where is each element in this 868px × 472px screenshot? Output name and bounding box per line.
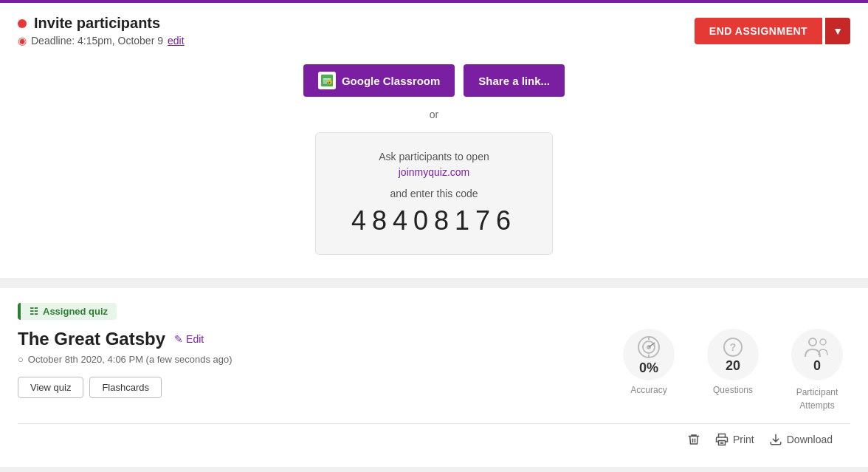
accuracy-icon [636,334,662,360]
svg-rect-19 [718,441,725,445]
quiz-title-row: The Great Gatsby ✎ Edit [18,329,616,349]
download-button[interactable]: Download [769,433,833,446]
attempts-label: ParticipantAttempts [796,387,838,411]
calendar-icon: ○ [18,354,24,365]
invite-title: Invite participants [18,15,185,32]
questions-label: Questions [713,385,753,395]
edit-quiz-link[interactable]: ✎ Edit [174,333,204,345]
svg-rect-2 [323,81,329,81]
stat-attempts: 0 ParticipantAttempts [784,329,850,411]
quiz-date-row: ○ October 8th 2020, 4:06 PM (a few secon… [18,354,616,365]
people-icon [804,336,830,358]
download-icon [769,433,782,446]
google-classroom-label: Google Classroom [342,75,440,87]
svg-rect-18 [718,434,725,438]
quiz-section: ☷ Assigned quiz The Great Gatsby ✎ Edit … [0,288,868,467]
download-label: Download [787,434,833,445]
edit-quiz-label: Edit [186,333,204,345]
svg-rect-1 [323,78,331,79]
quiz-actions: View quiz Flashcards [18,377,616,398]
view-quiz-button[interactable]: View quiz [18,377,83,398]
clock-icon: ◉ [18,35,27,47]
bottom-bar: Print Download [18,423,850,455]
quiz-title: The Great Gatsby [18,329,165,349]
join-code-display: 48408176 [351,205,517,236]
attempts-value: 0 [813,358,821,374]
end-assignment-dropdown-button[interactable]: ▼ [825,18,850,44]
google-classroom-button[interactable]: + Google Classroom [303,64,455,97]
print-icon [715,433,728,446]
ask-participants-text: Ask participants to open [351,151,517,163]
quiz-info: The Great Gatsby ✎ Edit ○ October 8th 20… [18,329,616,398]
flashcards-button[interactable]: Flashcards [89,377,162,398]
deadline-text: Deadline: 4:15pm, October 9 [31,35,163,47]
end-assignment-area: END ASSIGNMENT ▼ [695,18,850,44]
join-card: Ask participants to open joinmyquiz.com … [315,132,553,255]
invite-title-area: Invite participants ◉ Deadline: 4:15pm, … [18,15,185,47]
print-button[interactable]: Print [715,433,754,446]
accuracy-value: 0% [639,360,658,376]
invite-title-text: Invite participants [34,15,160,32]
enter-code-text: and enter this code [351,188,517,199]
share-link-button[interactable]: Share a link... [464,64,565,97]
invite-section: Invite participants ◉ Deadline: 4:15pm, … [0,3,868,279]
quiz-date-text: October 8th 2020, 4:06 PM (a few seconds… [28,354,232,365]
svg-point-15 [820,339,826,345]
questions-circle: ? 20 [707,329,759,380]
end-assignment-button[interactable]: END ASSIGNMENT [695,18,822,44]
or-separator: or [430,109,438,120]
trash-icon [687,433,700,446]
list-icon: ☷ [30,306,38,317]
chevron-down-icon: ▼ [833,25,843,37]
join-site-link[interactable]: joinmyquiz.com [399,166,469,178]
svg-text:?: ? [730,341,737,353]
stat-accuracy: 0% Accuracy [616,329,682,395]
invite-header: Invite participants ◉ Deadline: 4:15pm, … [18,15,850,47]
invite-buttons: + Google Classroom Share a link... [303,64,565,97]
svg-text:+: + [328,81,331,84]
edit-deadline-link[interactable]: edit [168,35,185,47]
assigned-badge: ☷ Assigned quiz [18,303,117,320]
svg-point-14 [809,338,816,346]
edit-icon: ✎ [174,333,183,345]
assigned-badge-label: Assigned quiz [43,306,108,317]
invite-body: + Google Classroom Share a link... or As… [18,52,850,261]
questions-icon: ? [722,336,744,358]
quiz-main: The Great Gatsby ✎ Edit ○ October 8th 20… [18,329,850,411]
accuracy-circle: 0% [623,329,675,380]
svg-rect-3 [323,83,327,83]
quiz-stats: 0% Accuracy ? 20 Questions [616,329,850,411]
questions-value: 20 [726,358,740,374]
accuracy-label: Accuracy [630,385,666,395]
stat-questions: ? 20 Questions [700,329,766,395]
google-classroom-icon: + [318,72,336,89]
deadline-row: ◉ Deadline: 4:15pm, October 9 edit [18,35,185,47]
delete-button[interactable] [687,433,700,446]
print-label: Print [733,434,754,445]
attempts-circle: 0 [791,329,843,380]
red-dot-indicator [18,19,27,28]
